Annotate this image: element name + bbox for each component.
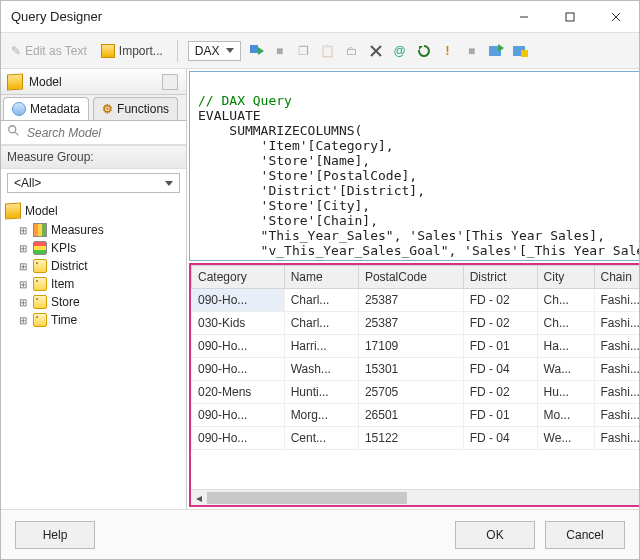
- expand-icon[interactable]: ⊞: [17, 314, 29, 326]
- stop-icon[interactable]: ■: [463, 42, 481, 60]
- expand-icon[interactable]: ⊞: [17, 260, 29, 272]
- grid-horizontal-scrollbar[interactable]: ◂ ▸: [191, 489, 640, 505]
- edit-as-text-button[interactable]: ✎ Edit as Text: [7, 42, 91, 60]
- cell: FD - 01: [463, 404, 537, 427]
- dimension-icon: [33, 277, 47, 291]
- query-editor[interactable]: // DAX Query EVALUATE SUMMARIZECOLUMNS( …: [189, 71, 640, 261]
- language-select[interactable]: DAX: [188, 41, 241, 61]
- cube-icon: [7, 73, 23, 90]
- cube-icon: [5, 202, 21, 219]
- column-header[interactable]: Category: [192, 266, 285, 289]
- cell: FD - 02: [463, 312, 537, 335]
- tab-metadata-label: Metadata: [30, 102, 80, 116]
- measure-group-select[interactable]: <All>: [7, 173, 180, 193]
- cell: Fashi...: [594, 358, 640, 381]
- table-row[interactable]: 090-Ho...Harri...17109FD - 01Ha...Fashi.…: [192, 335, 641, 358]
- tab-metadata[interactable]: Metadata: [3, 97, 89, 120]
- new-folder-icon[interactable]: 🗀: [343, 42, 361, 60]
- refresh-icon[interactable]: [415, 42, 433, 60]
- language-label: DAX: [195, 44, 220, 58]
- delete-icon[interactable]: [367, 42, 385, 60]
- run-icon[interactable]: [247, 42, 265, 60]
- svg-marker-5: [258, 47, 264, 55]
- toolbar: ✎ Edit as Text Import... DAX ■ ❐ 📋 🗀 @ !…: [1, 33, 639, 69]
- tree-node-label: District: [51, 259, 88, 273]
- design-icon[interactable]: [487, 42, 505, 60]
- import-icon: [101, 44, 115, 58]
- tab-functions[interactable]: ⚙ Functions: [93, 97, 178, 120]
- preview-icon[interactable]: [511, 42, 529, 60]
- column-header[interactable]: District: [463, 266, 537, 289]
- parameters-icon[interactable]: @: [391, 42, 409, 60]
- cell: Fashi...: [594, 381, 640, 404]
- svg-rect-12: [521, 50, 528, 57]
- expand-icon[interactable]: ⊞: [17, 224, 29, 236]
- expand-icon[interactable]: ⊞: [17, 242, 29, 254]
- measure-group-label: Measure Group:: [1, 145, 186, 169]
- tree-dimension[interactable]: ⊞Time: [3, 311, 184, 329]
- cell: FD - 02: [463, 381, 537, 404]
- minimize-button[interactable]: [501, 1, 547, 33]
- cell: 090-Ho...: [192, 427, 285, 450]
- close-button[interactable]: [593, 1, 639, 33]
- copy-icon[interactable]: ❐: [295, 42, 313, 60]
- maximize-button[interactable]: [547, 1, 593, 33]
- alert-icon[interactable]: !: [439, 42, 457, 60]
- edit-as-text-label: Edit as Text: [25, 44, 87, 58]
- cell: Ha...: [537, 335, 594, 358]
- chevron-down-icon: [165, 181, 173, 186]
- table-row[interactable]: 030-KidsCharl...25387FD - 02Ch...Fashi..…: [192, 312, 641, 335]
- window-title: Query Designer: [11, 9, 501, 24]
- edit-text-icon: ✎: [11, 44, 21, 58]
- svg-rect-1: [566, 13, 574, 21]
- table-row[interactable]: 090-Ho...Morg...26501FD - 01Mo...Fashi..…: [192, 404, 641, 427]
- cell: Charl...: [284, 289, 358, 312]
- cut-icon[interactable]: ■: [271, 42, 289, 60]
- cell: 17109: [358, 335, 463, 358]
- model-pane: Model Metadata ⚙ Functions Measure Group…: [1, 69, 187, 509]
- tree-dimension[interactable]: ⊞Store: [3, 293, 184, 311]
- column-header[interactable]: Chain: [594, 266, 640, 289]
- tree-measures[interactable]: ⊞ Measures: [3, 221, 184, 239]
- column-header[interactable]: City: [537, 266, 594, 289]
- table-row[interactable]: 090-Ho...Wash...15301FD - 04Wa...Fashi..…: [192, 358, 641, 381]
- tree-node-label: Item: [51, 277, 74, 291]
- import-label: Import...: [119, 44, 163, 58]
- scroll-left-icon[interactable]: ◂: [191, 490, 207, 506]
- chevron-down-icon: [226, 48, 234, 53]
- table-row[interactable]: 090-Ho...Cent...15122FD - 04We...Fashi..…: [192, 427, 641, 450]
- tab-functions-label: Functions: [117, 102, 169, 116]
- import-button[interactable]: Import...: [97, 42, 167, 60]
- search-input[interactable]: [25, 125, 180, 141]
- svg-rect-4: [250, 45, 258, 53]
- cell: 020-Mens: [192, 381, 285, 404]
- tree-dimension[interactable]: ⊞Item: [3, 275, 184, 293]
- column-header[interactable]: Name: [284, 266, 358, 289]
- tree-dimension[interactable]: ⊞District: [3, 257, 184, 275]
- tree-root[interactable]: Model: [3, 201, 184, 221]
- model-button[interactable]: [162, 74, 178, 90]
- tree-kpis[interactable]: ⊞ KPIs: [3, 239, 184, 257]
- table-row[interactable]: 020-MensHunti...25705FD - 02Hu...Fashi..…: [192, 381, 641, 404]
- cancel-button[interactable]: Cancel: [545, 521, 625, 549]
- svg-marker-8: [419, 46, 423, 50]
- paste-icon[interactable]: 📋: [319, 42, 337, 60]
- dimension-icon: [33, 313, 47, 327]
- cell: FD - 04: [463, 427, 537, 450]
- ok-button[interactable]: OK: [455, 521, 535, 549]
- column-header[interactable]: PostalCode: [358, 266, 463, 289]
- help-button[interactable]: Help: [15, 521, 95, 549]
- model-header: Model: [1, 69, 186, 95]
- table-row[interactable]: 090-Ho...Charl...25387FD - 02Ch...Fashi.…: [192, 289, 641, 312]
- expand-icon[interactable]: ⊞: [17, 296, 29, 308]
- cell: 25705: [358, 381, 463, 404]
- expand-icon[interactable]: ⊞: [17, 278, 29, 290]
- cell: Wa...: [537, 358, 594, 381]
- cell: Ch...: [537, 289, 594, 312]
- cell: Fashi...: [594, 404, 640, 427]
- toolbar-icons: ■ ❐ 📋 🗀 @ ! ■: [247, 42, 529, 60]
- cell: Charl...: [284, 312, 358, 335]
- cell: Harri...: [284, 335, 358, 358]
- cell: 090-Ho...: [192, 335, 285, 358]
- svg-point-13: [9, 126, 16, 133]
